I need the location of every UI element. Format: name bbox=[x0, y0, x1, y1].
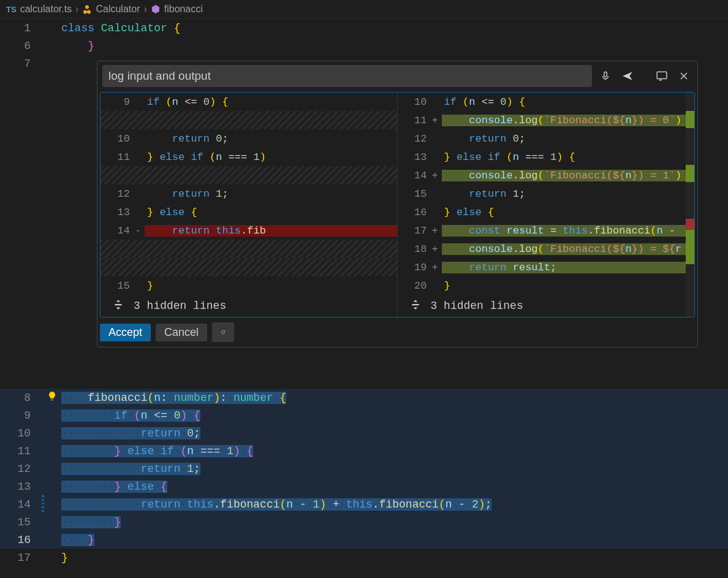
diff-line[interactable]: 14- return this.fib bbox=[100, 221, 397, 240]
diff-line[interactable]: 10if (n <= 0) { bbox=[398, 93, 695, 111]
line-number: 12 bbox=[0, 463, 43, 475]
diff-marker: + bbox=[432, 170, 442, 181]
line-number: 6 bbox=[0, 40, 43, 52]
chat-input[interactable] bbox=[102, 65, 592, 87]
breadcrumb: TS calculator.ts › Calculator › fibonacc… bbox=[0, 0, 728, 18]
diff-marker: + bbox=[432, 115, 442, 126]
class-icon bbox=[82, 4, 92, 14]
diff-line[interactable]: 17+ const result = this.fibonacci(n - bbox=[398, 221, 695, 240]
method-icon bbox=[151, 4, 161, 14]
code-line[interactable]: 12············return·1; bbox=[0, 460, 728, 477]
chevron-right-icon: › bbox=[143, 4, 146, 15]
diff-pane-original[interactable]: 9if (n <= 0) {10 return 0;11} else if (n… bbox=[100, 93, 398, 317]
code-line[interactable]: 14············return·this.fibonacci(n·-·… bbox=[0, 495, 728, 513]
line-number: 11 bbox=[398, 115, 432, 126]
diff-line[interactable]: 20} bbox=[398, 276, 695, 295]
unfold-icon[interactable] bbox=[113, 299, 124, 313]
line-number: 18 bbox=[398, 243, 432, 255]
line-number: 9 bbox=[100, 96, 135, 108]
diff-line[interactable]: 13} else { bbox=[100, 203, 397, 221]
code-line[interactable]: 13········}·else·{ bbox=[0, 477, 728, 495]
code-line[interactable]: 6 } bbox=[0, 37, 728, 55]
editor-area[interactable]: 1class Calculator {6 }7 9if (n <= 0) {10… bbox=[0, 18, 728, 72]
unfold-icon[interactable] bbox=[410, 299, 421, 313]
retry-button[interactable] bbox=[212, 322, 234, 342]
hidden-lines-left[interactable]: 3 hidden lines bbox=[100, 295, 397, 317]
code-line[interactable]: 11········}·else·if·(n·===·1)·{ bbox=[0, 442, 728, 460]
diff-line[interactable] bbox=[100, 166, 397, 184]
diff-line[interactable]: 14+ console.log(`Fibonacci(${n}) = 1`) bbox=[398, 166, 695, 184]
overview-mark bbox=[686, 165, 694, 182]
diff-line[interactable]: 15} bbox=[100, 276, 397, 295]
diff-line[interactable]: 12 return 1; bbox=[100, 184, 397, 203]
open-chat-panel-icon[interactable] bbox=[653, 67, 670, 85]
diff-line[interactable]: 18+ console.log(`Fibonacci(${n}) = ${r bbox=[398, 240, 695, 258]
lower-editor[interactable]: 8····fibonacci(n:·number):·number·{9····… bbox=[0, 389, 728, 566]
line-number: 7 bbox=[0, 58, 43, 70]
code-line[interactable]: 9········if·(n·<=·0)·{ bbox=[0, 406, 728, 424]
line-number: 14 bbox=[100, 225, 135, 237]
hidden-lines-right[interactable]: 3 hidden lines bbox=[398, 295, 695, 317]
overview-ruler[interactable] bbox=[686, 93, 694, 317]
line-number: 13 bbox=[398, 151, 432, 163]
code-line[interactable]: 1class Calculator { bbox=[0, 19, 728, 37]
lightbulb-icon[interactable] bbox=[47, 391, 57, 404]
line-number: 10 bbox=[398, 96, 432, 108]
code-line[interactable]: 10············return·0; bbox=[0, 424, 728, 442]
line-number: 11 bbox=[0, 445, 43, 457]
inline-chat-widget: 9if (n <= 0) {10 return 0;11} else if (n… bbox=[97, 61, 698, 348]
overview-mark bbox=[686, 111, 694, 128]
diff-line[interactable]: 9if (n <= 0) { bbox=[100, 93, 397, 111]
chevron-right-icon: › bbox=[75, 4, 78, 15]
line-number: 8 bbox=[0, 392, 43, 404]
inline-chat-actions: Accept Cancel bbox=[97, 318, 697, 347]
cancel-button[interactable]: Cancel bbox=[156, 324, 207, 341]
code-line[interactable]: 8····fibonacci(n:·number):·number·{ bbox=[0, 389, 728, 406]
line-number: 12 bbox=[100, 188, 135, 200]
line-number: 9 bbox=[0, 409, 43, 422]
line-number: 19 bbox=[398, 262, 432, 273]
diff-line[interactable]: 10 return 0; bbox=[100, 129, 397, 148]
line-number: 15 bbox=[398, 188, 432, 200]
accept-button[interactable]: Accept bbox=[100, 324, 151, 341]
breadcrumb-class[interactable]: Calculator bbox=[96, 4, 140, 15]
overview-mark bbox=[686, 230, 694, 264]
line-number: 1 bbox=[0, 22, 43, 34]
line-number: 15 bbox=[100, 280, 135, 292]
diff-line[interactable]: 11} else if (n === 1) bbox=[100, 148, 397, 166]
diff-marker: - bbox=[135, 225, 145, 237]
breadcrumb-method[interactable]: fibonacci bbox=[164, 4, 203, 15]
diff-line[interactable]: 11+ console.log(`Fibonacci(${n}) = 0`) bbox=[398, 111, 695, 129]
diff-line[interactable]: 15 return 1; bbox=[398, 184, 695, 203]
breadcrumb-file[interactable]: calculator.ts bbox=[20, 4, 72, 15]
close-icon[interactable] bbox=[675, 67, 692, 85]
mic-icon[interactable] bbox=[597, 67, 614, 85]
diff-line[interactable]: 19+ return result; bbox=[398, 258, 695, 276]
svg-rect-1 bbox=[657, 72, 667, 78]
code-line[interactable]: 17} bbox=[0, 549, 728, 566]
diff-line[interactable]: 12 return 0; bbox=[398, 129, 695, 148]
line-number: 10 bbox=[0, 427, 43, 439]
diff-line[interactable]: 13} else if (n === 1) { bbox=[398, 148, 695, 166]
overview-mark bbox=[686, 219, 694, 230]
send-icon[interactable] bbox=[619, 67, 636, 85]
code-line[interactable]: 16····} bbox=[0, 531, 728, 549]
diff-line[interactable] bbox=[100, 240, 397, 258]
line-number: 17 bbox=[0, 552, 43, 564]
diff-line[interactable] bbox=[100, 111, 397, 129]
chat-input-row bbox=[97, 61, 697, 91]
diff-line[interactable]: 16} else { bbox=[398, 203, 695, 221]
diff-editor[interactable]: 9if (n <= 0) {10 return 0;11} else if (n… bbox=[100, 92, 695, 318]
line-number: 15 bbox=[0, 516, 43, 528]
line-number: 11 bbox=[100, 151, 135, 163]
file-ts-icon: TS bbox=[6, 5, 17, 14]
line-number: 20 bbox=[398, 280, 432, 292]
diff-pane-modified[interactable]: 10if (n <= 0) {11+ console.log(`Fibonacc… bbox=[398, 93, 695, 317]
hidden-lines-label: 3 hidden lines bbox=[134, 300, 226, 312]
code-line[interactable]: 15········} bbox=[0, 513, 728, 531]
line-number: 17 bbox=[398, 225, 432, 237]
diff-marker: + bbox=[432, 225, 442, 237]
diff-line[interactable] bbox=[100, 258, 397, 276]
line-number: 16 bbox=[398, 207, 432, 218]
line-number: 12 bbox=[398, 133, 432, 145]
